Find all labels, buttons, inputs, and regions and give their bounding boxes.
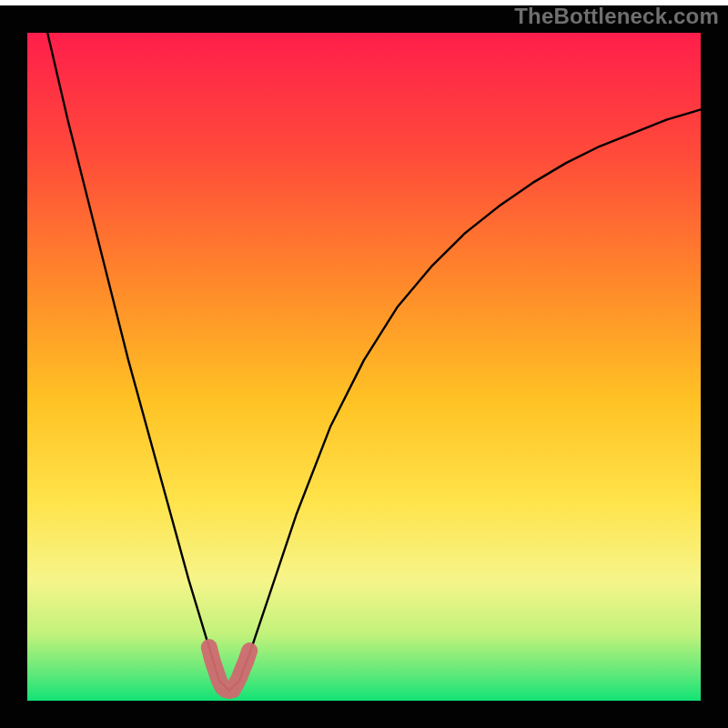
bottleneck-chart bbox=[0, 0, 728, 728]
chart-frame bbox=[0, 0, 728, 728]
chart-background bbox=[27, 33, 701, 701]
watermark-text: TheBottleneck.com bbox=[514, 4, 719, 29]
